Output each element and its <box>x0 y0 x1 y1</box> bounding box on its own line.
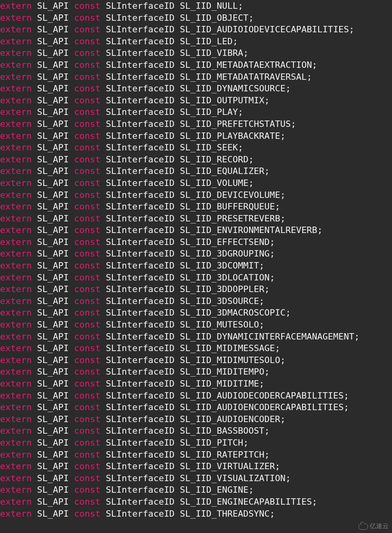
api-macro: SL_API <box>37 497 69 507</box>
code-line: extern SL_API const SLInterfaceID SL_IID… <box>0 189 392 201</box>
keyword-const: const <box>74 320 100 330</box>
identifier: SL_IID_VOLUME <box>180 178 248 188</box>
identifier: SL_IID_THREADSYNC <box>180 509 269 519</box>
code-line: extern SL_API const SLInterfaceID SL_IID… <box>0 130 392 142</box>
keyword-extern: extern <box>0 379 32 389</box>
api-macro: SL_API <box>37 272 69 282</box>
type-name: SLInterfaceID <box>106 261 174 270</box>
code-line: extern SL_API const SLInterfaceID SL_IID… <box>0 213 392 225</box>
code-line: extern SL_API const SLInterfaceID SL_IID… <box>0 342 392 354</box>
api-macro: SL_API <box>37 355 69 365</box>
semicolon: ; <box>259 379 264 389</box>
api-macro: SL_API <box>37 450 69 460</box>
identifier: SL_IID_AUDIOENCODER <box>180 414 280 424</box>
code-line: extern SL_API const SLInterfaceID SL_IID… <box>0 283 392 295</box>
type-name: SLInterfaceID <box>106 367 174 377</box>
code-line: extern SL_API const SLInterfaceID SL_IID… <box>0 71 392 83</box>
type-name: SLInterfaceID <box>106 13 174 23</box>
api-macro: SL_API <box>37 308 69 318</box>
type-name: SLInterfaceID <box>106 201 174 211</box>
type-name: SLInterfaceID <box>106 332 174 342</box>
code-line: extern SL_API const SLInterfaceID SL_IID… <box>0 449 392 461</box>
identifier: SL_IID_DYNAMICSOURCE <box>180 83 285 93</box>
identifier: SL_IID_MIDIMESSAGE <box>180 343 275 353</box>
api-macro: SL_API <box>37 48 69 58</box>
code-line: extern SL_API const SLInterfaceID SL_IID… <box>0 437 392 449</box>
type-name: SLInterfaceID <box>106 402 174 412</box>
code-line: extern SL_API const SLInterfaceID SL_IID… <box>0 484 392 496</box>
code-line: extern SL_API const SLInterfaceID SL_IID… <box>0 12 392 24</box>
identifier: SL_IID_MUTESOLO <box>180 320 259 330</box>
identifier: SL_IID_OUTPUTMIX <box>180 95 264 105</box>
keyword-const: const <box>74 438 100 448</box>
semicolon: ; <box>264 166 269 176</box>
identifier: SL_IID_RATEPITCH <box>180 450 264 460</box>
keyword-extern: extern <box>0 391 32 401</box>
api-macro: SL_API <box>37 426 69 436</box>
semicolon: ; <box>233 36 238 46</box>
keyword-const: const <box>74 13 100 23</box>
api-macro: SL_API <box>37 131 69 141</box>
api-macro: SL_API <box>37 142 69 152</box>
api-macro: SL_API <box>37 261 69 270</box>
semicolon: ; <box>312 60 317 70</box>
type-name: SLInterfaceID <box>106 296 174 306</box>
keyword-const: const <box>74 131 100 141</box>
code-line: extern SL_API const SLInterfaceID SL_IID… <box>0 413 392 425</box>
api-macro: SL_API <box>37 379 69 389</box>
keyword-const: const <box>74 60 100 70</box>
watermark: 亿速云 <box>358 522 389 531</box>
keyword-const: const <box>74 426 100 436</box>
semicolon: ; <box>280 131 285 141</box>
semicolon: ; <box>249 154 254 164</box>
identifier: SL_IID_ENVIRONMENTALREVERB <box>180 225 317 235</box>
type-name: SLInterfaceID <box>106 320 174 330</box>
identifier: SL_IID_3DCOMMIT <box>180 261 259 270</box>
keyword-extern: extern <box>0 355 32 365</box>
keyword-extern: extern <box>0 414 32 424</box>
semicolon: ; <box>349 24 354 34</box>
api-macro: SL_API <box>37 367 69 377</box>
semicolon: ; <box>238 107 243 117</box>
identifier: SL_IID_AUDIODECODERCAPABILITIES <box>180 391 344 401</box>
code-line: extern SL_API const SLInterfaceID SL_IID… <box>0 142 392 154</box>
keyword-extern: extern <box>0 142 32 152</box>
identifier: SL_IID_RECORD <box>180 154 248 164</box>
semicolon: ; <box>285 473 291 483</box>
type-name: SLInterfaceID <box>106 509 174 519</box>
keyword-extern: extern <box>0 1 32 11</box>
type-name: SLInterfaceID <box>106 119 174 129</box>
identifier: SL_IID_BASSBOOST <box>180 426 264 436</box>
keyword-const: const <box>74 24 100 34</box>
keyword-extern: extern <box>0 497 32 507</box>
code-line: extern SL_API const SLInterfaceID SL_IID… <box>0 496 392 508</box>
api-macro: SL_API <box>37 24 69 34</box>
type-name: SLInterfaceID <box>106 72 174 82</box>
code-line: extern SL_API const SLInterfaceID SL_IID… <box>0 118 392 130</box>
keyword-const: const <box>74 261 100 270</box>
semicolon: ; <box>238 142 243 152</box>
identifier: SL_IID_DEVICEVOLUME <box>180 190 280 200</box>
keyword-extern: extern <box>0 485 32 495</box>
keyword-extern: extern <box>0 48 32 58</box>
code-line: extern SL_API const SLInterfaceID SL_IID… <box>0 260 392 272</box>
semicolon: ; <box>259 320 264 330</box>
api-macro: SL_API <box>37 166 69 176</box>
keyword-extern: extern <box>0 367 32 377</box>
type-name: SLInterfaceID <box>106 497 174 507</box>
keyword-extern: extern <box>0 225 32 235</box>
type-name: SLInterfaceID <box>106 190 174 200</box>
semicolon: ; <box>270 237 275 247</box>
type-name: SLInterfaceID <box>106 391 174 401</box>
code-line: extern SL_API const SLInterfaceID SL_IID… <box>0 154 392 166</box>
keyword-const: const <box>74 272 100 282</box>
identifier: SL_IID_VIRTUALIZER <box>180 461 275 471</box>
code-line: extern SL_API const SLInterfaceID SL_IID… <box>0 236 392 248</box>
api-macro: SL_API <box>37 296 69 306</box>
type-name: SLInterfaceID <box>106 131 174 141</box>
identifier: SL_IID_MIDITIME <box>180 379 259 389</box>
type-name: SLInterfaceID <box>106 355 174 365</box>
keyword-const: const <box>74 190 100 200</box>
keyword-extern: extern <box>0 473 32 483</box>
api-macro: SL_API <box>37 83 69 93</box>
